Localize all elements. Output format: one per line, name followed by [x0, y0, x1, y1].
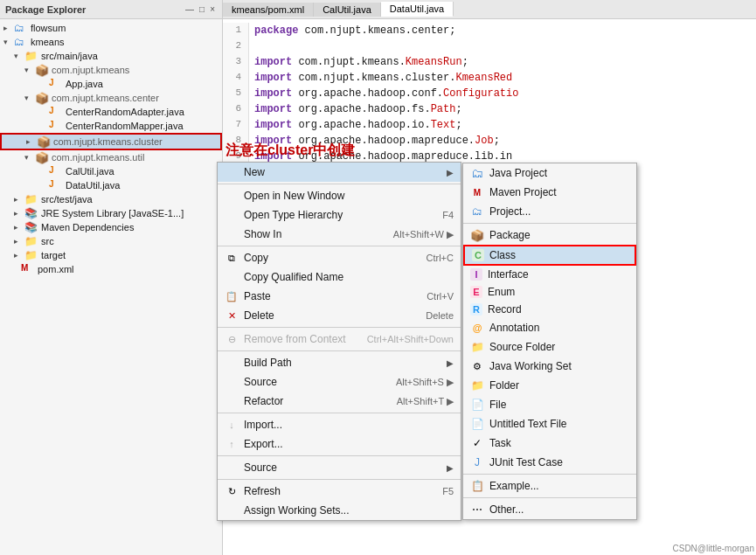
- project-icon: 🗂: [14, 22, 28, 34]
- tree-label: target: [41, 250, 66, 260]
- tree-arrow: ▾: [3, 38, 14, 46]
- java-file-icon: J: [49, 106, 63, 118]
- tree-arrow: ▸: [3, 24, 14, 32]
- code-line: 9 import org.apache.hadoop.mapreduce.lib…: [223, 149, 756, 164]
- tree-item-flowsum[interactable]: ▸ 🗂 flowsum: [0, 21, 222, 35]
- tree-item-app-java[interactable]: J App.java: [0, 77, 222, 91]
- main-container: Package Explorer — □ × ▸ 🗂 flowsum ▾ 🗂 k…: [0, 0, 756, 555]
- tree-arrow: ▸: [14, 223, 24, 232]
- lib-icon: 📚: [24, 207, 38, 219]
- close-panel-btn[interactable]: ×: [208, 4, 217, 14]
- tab-calutil[interactable]: CalUtil.java: [314, 3, 381, 17]
- tree-label: com.njupt.kmeans: [52, 65, 129, 75]
- code-line: 4 import com.njupt.kmeans.cluster.Kmeans…: [223, 70, 756, 86]
- tree-label: src/main/java: [41, 51, 98, 61]
- tree-arrow: ▸: [14, 209, 24, 218]
- java-file-icon: J: [49, 165, 63, 177]
- folder-icon: 📁: [24, 235, 38, 247]
- code-line: 6 import org.apache.hadoop.fs.Path;: [223, 101, 756, 117]
- java-file-icon: J: [49, 78, 63, 90]
- tree-item-kmeans[interactable]: ▾ 🗂 kmeans: [0, 35, 222, 49]
- package-icon: 📦: [35, 151, 49, 163]
- tree-item-pom[interactable]: M pom.xml: [0, 262, 222, 276]
- project-icon: 🗂: [14, 36, 28, 48]
- package-icon: 📦: [35, 64, 49, 76]
- tree-item-mapper[interactable]: J CenterRandomMapper.java: [0, 119, 222, 133]
- maximize-btn[interactable]: □: [198, 4, 206, 14]
- tree-label: flowsum: [31, 23, 66, 33]
- java-file-icon: J: [49, 120, 63, 132]
- tree-arrow: ▸: [14, 195, 24, 204]
- code-line: 8 import org.apache.hadoop.mapreduce.Job…: [223, 133, 756, 149]
- minimize-btn[interactable]: —: [184, 4, 196, 14]
- tree-item-src[interactable]: ▸ 📁 src: [0, 234, 222, 248]
- tree-item-jre[interactable]: ▸ 📚 JRE System Library [JavaSE-1...]: [0, 206, 222, 220]
- tree-label: DataUtil.java: [66, 180, 120, 191]
- java-file-icon: J: [49, 179, 63, 191]
- tree-label: CenterRandomAdapter.java: [66, 107, 184, 117]
- tree-arrow: ▾: [24, 153, 35, 162]
- left-panel: Package Explorer — □ × ▸ 🗂 flowsum ▾ 🗂 k…: [0, 0, 223, 555]
- code-line: 5 import org.apache.hadoop.conf.Configur…: [223, 86, 756, 101]
- tab-datautil[interactable]: DataUtil.java: [381, 2, 454, 17]
- tree-label: com.njupt.kmeans.util: [52, 152, 144, 163]
- folder-icon: 📁: [24, 50, 38, 62]
- tree-label: JRE System Library [JavaSE-1...]: [41, 208, 184, 219]
- package-icon: 📦: [37, 135, 51, 148]
- tree-item-maven[interactable]: ▸ 📚 Maven Dependencies: [0, 220, 222, 234]
- tree-label: src/test/java: [41, 194, 93, 205]
- tree-label: CalUtil.java: [66, 166, 114, 177]
- tree-item-target[interactable]: ▸ 📁 target: [0, 248, 222, 262]
- tree-label: CenterRandomMapper.java: [66, 121, 184, 131]
- tree-label: Maven Dependencies: [41, 222, 134, 232]
- right-panel: kmeans/pom.xml CalUtil.java DataUtil.jav…: [223, 0, 756, 555]
- tree-item-calutil[interactable]: J CalUtil.java: [0, 164, 222, 178]
- tree-container: ▸ 🗂 flowsum ▾ 🗂 kmeans ▾ 📁 src/main/java…: [0, 19, 222, 555]
- xml-icon: M: [21, 263, 35, 275]
- tree-item-adapter[interactable]: J CenterRandomAdapter.java: [0, 105, 222, 119]
- tree-arrow: ▾: [24, 94, 35, 102]
- tree-item-pkg-kmeans[interactable]: ▾ 📦 com.njupt.kmeans: [0, 63, 222, 77]
- panel-controls: — □ ×: [184, 4, 217, 14]
- code-line: 7 import org.apache.hadoop.io.Text;: [223, 117, 756, 133]
- panel-header: Package Explorer — □ ×: [0, 0, 222, 19]
- lib-icon: 📚: [24, 221, 38, 233]
- tree-arrow: ▸: [14, 237, 24, 246]
- editor-tabs: kmeans/pom.xml CalUtil.java DataUtil.jav…: [223, 0, 756, 19]
- code-line: 3 import com.njupt.kmeans.KmeansRun;: [223, 54, 756, 70]
- tree-item-pkg-util[interactable]: ▾ 📦 com.njupt.kmeans.util: [0, 150, 222, 164]
- package-icon: 📦: [35, 92, 49, 104]
- tree-label: com.njupt.kmeans.cluster: [53, 136, 163, 147]
- folder-icon: 📁: [24, 193, 38, 205]
- code-line: 2: [223, 38, 756, 54]
- tree-label: src: [41, 236, 54, 246]
- code-line: 1 package com.njupt.kmeans.center;: [223, 23, 756, 38]
- tree-item-src-main[interactable]: ▾ 📁 src/main/java: [0, 49, 222, 63]
- tree-label: pom.xml: [38, 264, 74, 274]
- tree-label: com.njupt.kmeans.center: [52, 93, 159, 103]
- tree-label: App.java: [66, 79, 103, 89]
- tree-arrow: ▾: [14, 52, 24, 60]
- tree-label: kmeans: [31, 37, 65, 47]
- tree-item-pkg-cluster[interactable]: ▸ 📦 com.njupt.kmeans.cluster: [0, 133, 222, 150]
- tree-item-src-test[interactable]: ▸ 📁 src/test/java: [0, 192, 222, 206]
- folder-icon: 📁: [24, 249, 38, 261]
- panel-title: Package Explorer: [5, 4, 86, 15]
- tree-item-pkg-center[interactable]: ▾ 📦 com.njupt.kmeans.center: [0, 91, 222, 105]
- editor-content[interactable]: 1 package com.njupt.kmeans.center; 2 3 i…: [223, 19, 756, 555]
- tab-pom[interactable]: kmeans/pom.xml: [223, 3, 314, 17]
- tree-arrow: ▸: [14, 251, 24, 260]
- tree-arrow: ▸: [26, 137, 37, 146]
- tree-arrow: ▾: [24, 66, 35, 74]
- tree-item-datautil[interactable]: J DataUtil.java: [0, 178, 222, 192]
